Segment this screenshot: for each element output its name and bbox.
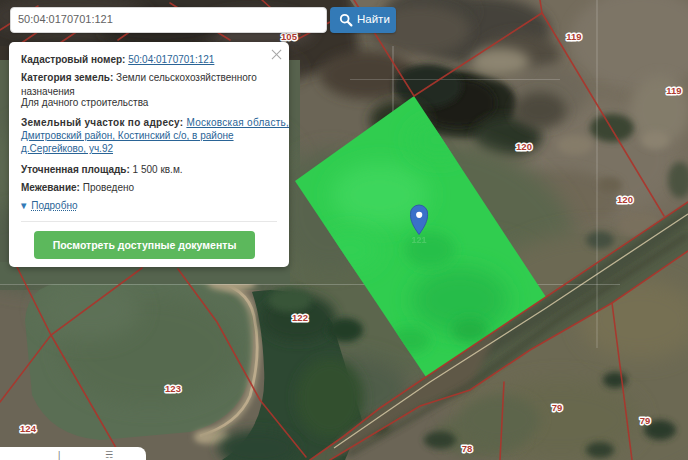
svg-text:79: 79: [640, 415, 651, 426]
svg-text:121: 121: [411, 235, 426, 245]
svg-text:124: 124: [20, 423, 37, 434]
svg-text:78: 78: [462, 443, 473, 454]
svg-text:119: 119: [566, 31, 581, 42]
svg-text:122: 122: [292, 312, 308, 323]
svg-text:123: 123: [165, 383, 181, 394]
svg-text:119: 119: [666, 85, 681, 96]
svg-text:79: 79: [552, 402, 563, 413]
svg-text:120: 120: [516, 141, 532, 152]
svg-text:120: 120: [617, 194, 633, 205]
